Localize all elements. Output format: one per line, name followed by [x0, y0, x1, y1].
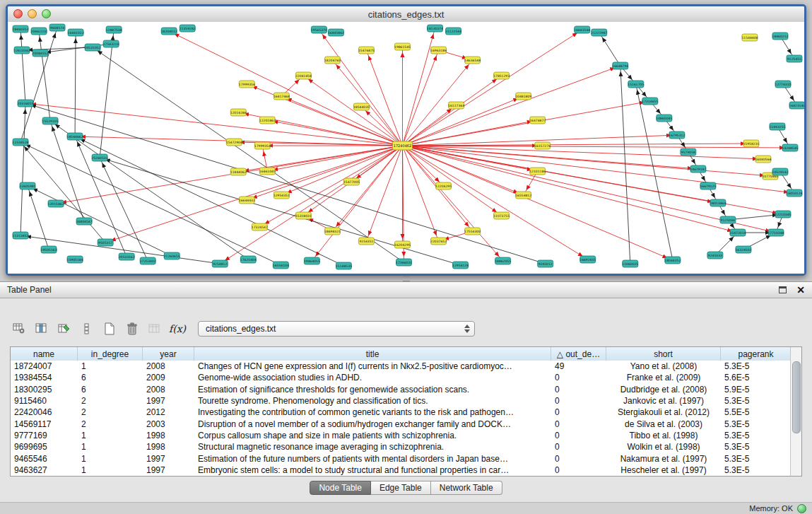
table-cell[interactable]: 18724007: [11, 361, 78, 371]
table-cell[interactable]: 1: [78, 465, 143, 475]
table-cell[interactable]: 5.3E-5: [721, 419, 792, 429]
table-cell[interactable]: 1: [78, 431, 143, 440]
table-cell[interactable]: 9465546: [11, 454, 78, 464]
graph-node[interactable]: 18460212: [772, 33, 789, 40]
graph-node[interactable]: 16554104: [273, 262, 289, 269]
graph-node[interactable]: 18460352: [13, 25, 29, 33]
graph-node[interactable]: 18862055: [495, 257, 511, 264]
table-cell[interactable]: 1: [78, 442, 143, 452]
graph-node[interactable]: 21122544: [445, 28, 461, 35]
graph-node[interactable]: 11548408: [741, 34, 758, 41]
graph-node[interactable]: 15472904: [226, 139, 242, 146]
graph-node[interactable]: 25260531: [92, 154, 108, 161]
graph-node[interactable]: 16461012: [68, 29, 84, 36]
table-row[interactable]: 2242004622012Investigating the contribut…: [11, 407, 792, 418]
edit-table-button[interactable]: [55, 320, 73, 337]
graph-node[interactable]: 12014286: [230, 109, 247, 116]
graph-node[interactable]: 11060025: [622, 260, 638, 267]
table-cell[interactable]: 2: [78, 419, 143, 429]
graph-node[interactable]: 20533162: [119, 253, 135, 260]
graph-node[interactable]: 16643544: [574, 26, 590, 33]
close-panel-icon[interactable]: ✕: [796, 285, 805, 295]
table-row[interactable]: 1872400712008Changes of HCN gene express…: [11, 361, 792, 372]
row-height-button[interactable]: [78, 320, 96, 337]
table-cell[interactable]: 1998: [143, 442, 194, 452]
graph-node[interactable]: 16423144: [789, 102, 804, 109]
graph-node[interactable]: 10481809: [515, 93, 531, 100]
graph-node[interactable]: 18204012: [161, 28, 177, 35]
graph-node[interactable]: 15477005: [343, 178, 360, 185]
table-cell[interactable]: 0: [551, 454, 606, 464]
graph-node[interactable]: 19464055: [304, 257, 320, 264]
table-cell[interactable]: 1998: [143, 431, 194, 440]
table-cell[interactable]: 2012: [143, 407, 194, 417]
graph-node[interactable]: 9608574: [49, 24, 65, 31]
graph-node[interactable]: 17625404: [240, 256, 257, 263]
table-cell[interactable]: 5.3E-5: [721, 396, 792, 406]
graph-node[interactable]: 16417468: [273, 93, 290, 100]
table-cell[interactable]: 6: [78, 385, 143, 395]
table-cell[interactable]: 1997: [143, 454, 194, 464]
table-cell[interactable]: Stergiakouli et al. (2012): [606, 407, 721, 417]
column-header-0[interactable]: name: [11, 347, 78, 361]
table-cell[interactable]: 1: [78, 454, 143, 464]
table-cell[interactable]: Nakamura et al. (1997): [606, 454, 721, 464]
table-row[interactable]: 946554611997Estimation of the future num…: [11, 452, 792, 464]
graph-node[interactable]: 16117364: [448, 102, 464, 109]
table-cell[interactable]: 5.3E-5: [721, 431, 792, 440]
graph-node[interactable]: 17554300: [464, 228, 481, 235]
graph-node[interactable]: 18698321: [324, 228, 341, 235]
table-row[interactable]: 1830029562008Estimation of significance …: [11, 384, 792, 395]
graph-node[interactable]: 16648794: [612, 62, 628, 69]
tab-edge-table[interactable]: Edge Table: [371, 481, 431, 495]
table-cell[interactable]: 9115460: [11, 396, 78, 406]
graph-node[interactable]: 18204765: [324, 57, 341, 64]
graph-node[interactable]: 12954351: [273, 192, 290, 199]
graph-node[interactable]: 16644432: [239, 197, 255, 204]
table-cell[interactable]: de Silva et al. (2003): [606, 419, 721, 429]
graph-node[interactable]: 9125044: [720, 216, 736, 223]
column-header-3[interactable]: title: [194, 347, 551, 361]
graph-node[interactable]: 12774310: [775, 81, 792, 88]
table-row[interactable]: 969969511998Structural magnetic resonanc…: [11, 441, 792, 452]
table-cell[interactable]: 5.3E-5: [721, 454, 792, 464]
delete-table-button[interactable]: [123, 320, 141, 337]
table-cell[interactable]: Disruption of a novel member of a sodium…: [194, 419, 551, 429]
column-header-6[interactable]: pagerank: [721, 347, 792, 361]
table-cell[interactable]: 1: [78, 361, 143, 371]
graph-node[interactable]: 16804547: [76, 218, 93, 225]
table-cell[interactable]: Dudbridge et al. (2008): [606, 385, 721, 395]
graph-node[interactable]: 17240462: [392, 141, 412, 150]
memory-status-indicator[interactable]: [797, 504, 806, 513]
graph-node[interactable]: 22605981: [20, 182, 36, 189]
graph-node[interactable]: 16554812: [515, 192, 531, 199]
table-cell[interactable]: 2003: [143, 419, 194, 429]
graph-node[interactable]: 15148535: [336, 262, 352, 269]
table-row[interactable]: 1938455462009Genome-wide association stu…: [11, 372, 792, 383]
graph-node[interactable]: 16474877: [529, 117, 546, 124]
table-cell[interactable]: 5.3E-5: [721, 442, 792, 452]
table-cell[interactable]: 9463627: [11, 465, 78, 475]
graph-node[interactable]: 9245012: [538, 260, 553, 267]
table-cell[interactable]: 19384554: [11, 373, 78, 382]
graph-node[interactable]: 10528542: [772, 168, 789, 175]
new-table-button[interactable]: [100, 320, 119, 337]
graph-node[interactable]: 19565370: [311, 26, 327, 33]
graph-node[interactable]: 12334528: [13, 139, 29, 146]
graph-node[interactable]: 21221987: [591, 29, 607, 36]
graph-node[interactable]: 20462110: [31, 28, 47, 35]
graph-node[interactable]: 9125455: [787, 55, 802, 62]
graph-node[interactable]: 16324502: [735, 246, 751, 253]
panel-splitter[interactable]: [0, 276, 812, 281]
table-cell[interactable]: 2008: [143, 385, 194, 395]
table-cell[interactable]: Hescheler et al. (1997): [606, 465, 721, 475]
table-cell[interactable]: Yano et al. (2008): [606, 361, 721, 371]
graph-node[interactable]: 17543210: [103, 40, 119, 47]
graph-node[interactable]: 20531052: [85, 44, 101, 51]
column-header-5[interactable]: short: [606, 347, 721, 361]
table-cell[interactable]: 5.6E-5: [721, 373, 792, 382]
graph-node[interactable]: 16040564: [755, 156, 771, 163]
table-cell[interactable]: 2009: [143, 373, 194, 382]
graph-node[interactable]: 11844062: [230, 168, 247, 175]
graph-node[interactable]: 17710348: [768, 229, 784, 236]
